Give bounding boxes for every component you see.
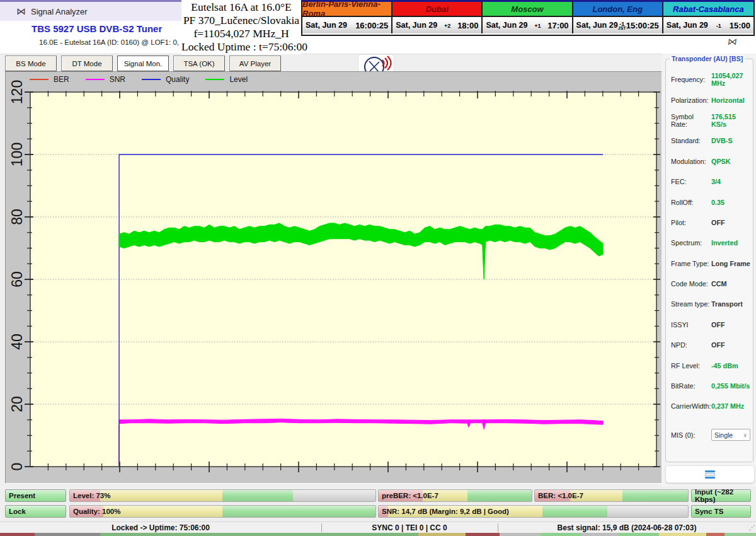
legend-line-swatch — [142, 79, 161, 80]
transponder-row-value: 176,515 KS/s — [711, 113, 753, 128]
clock-time: 15:00 — [730, 21, 750, 30]
transponder-row-value: DVB-S — [711, 137, 733, 144]
ts-list-button[interactable] — [665, 465, 755, 483]
snr-meter: SNR: 14,7 dB (Margin: 9,2 dB | Good) — [378, 505, 689, 518]
list-bars-icon — [705, 470, 715, 479]
transponder-row-label: Frequency: — [671, 76, 711, 83]
clock-city-header: London, Eng — [573, 2, 663, 17]
background-window-fragment — [619, 533, 659, 536]
transponder-row: RF Level:-45 dBm — [666, 355, 753, 375]
y-axis-tick-label: 120 — [9, 80, 25, 104]
statusbar-divider — [498, 523, 498, 532]
clock-date: Sat, Jun 29 — [667, 21, 708, 30]
clock-time: 17:00 — [547, 21, 568, 30]
resize-grip-icon[interactable]: ⋰ — [749, 524, 755, 531]
present-indicator: Present — [5, 489, 66, 502]
mis-selected-value: Single — [714, 431, 733, 439]
transponder-row: Spectrum:Inverted — [666, 233, 753, 253]
background-window-strip — [0, 533, 756, 536]
window-titlebar: ⋈ Signal Analyzer — [0, 0, 185, 21]
transponder-row-value: OFF — [711, 321, 725, 329]
clock-time-cell: Sat, Jun 29+117:00 — [483, 17, 573, 33]
transponder-row-value: 0.35 — [711, 199, 724, 206]
lock-indicator: Lock — [5, 505, 66, 518]
transponder-row-label: Code Mode: — [671, 280, 711, 288]
transponder-row-value: OFF — [711, 219, 725, 226]
background-window-fragment — [35, 533, 100, 536]
background-window-fragment — [659, 533, 706, 536]
statusbar-divider — [321, 523, 322, 532]
sync-ts-indicator: Sync TS — [691, 505, 751, 518]
background-app-icon: ⋈ — [727, 36, 738, 47]
overlay-line-site: PF 370_Lučenec/Slovakia — [181, 14, 301, 27]
clock-city-header: Dubai — [392, 2, 483, 17]
transponder-row-label: FEC: — [671, 178, 711, 185]
mis-label: MIS (0): — [671, 431, 711, 439]
transponder-row-label: RollOff: — [671, 199, 711, 206]
transponder-row-value: OFF — [711, 341, 725, 349]
preber-meter: preBER: <1.0E-7 — [378, 489, 532, 502]
transponder-row-label: Frame Type: — [671, 260, 711, 267]
legend-label: SNR — [110, 75, 125, 84]
mode-tab-bar: BS ModeDT ModeSignal Mon.TSA (OK)AV Play… — [5, 55, 281, 71]
transponder-row: Code Mode:CCM — [666, 274, 753, 294]
clock-time-cell: Sat, Jun 29-1JST15:00:25 — [573, 17, 663, 33]
legend-label: Quality — [166, 75, 189, 84]
tab-av-player[interactable]: AV Player — [229, 55, 281, 71]
mis-select[interactable]: Single∨ — [711, 429, 750, 441]
transponder-row-value: CCM — [711, 280, 727, 288]
clock-date: Sat, Jun 29 — [486, 21, 527, 30]
transponder-row: Symbol Rate:176,515 KS/s — [666, 110, 753, 131]
transponder-row-label: Symbol Rate: — [671, 113, 711, 128]
transponder-row-value: 3/4 — [711, 178, 721, 185]
background-window-fragment — [724, 533, 756, 536]
transponder-rows: Frequency:11054,027 MHzPolarization:Hori… — [666, 69, 753, 445]
legend-item-level: Level — [205, 75, 248, 84]
transponder-row: Stream type:Transport — [666, 294, 753, 314]
tab-tsa-ok-[interactable]: TSA (OK) — [173, 55, 225, 71]
clock-date: Sat, Jun 29 — [576, 21, 618, 30]
transponder-row-value: QPSK — [711, 158, 731, 165]
background-window-fragment — [418, 533, 465, 536]
ber-meter: BER: <1.0E-7 — [534, 489, 689, 502]
clock-utc-offset: +2 — [437, 22, 457, 28]
signal-analyzer-app-icon: ⋈ — [16, 6, 26, 17]
transponder-row: Polarization:Horizontal — [666, 90, 753, 110]
level-meter: Level: 73% — [69, 489, 376, 502]
transponder-row-label: CarrierWidth: — [671, 402, 711, 410]
quality-meter: Quality: 100% — [69, 505, 376, 518]
overlay-line-frequency: f=11054,027 MHz_H — [181, 27, 301, 40]
mis-row: MIS (0):Single∨ — [666, 426, 753, 445]
transponder-row: NPD:OFF — [666, 335, 753, 355]
statusbar-uptime: Locked -> Uptime: 75:06:00 — [0, 522, 321, 533]
y-axis-tick-label: 40 — [9, 334, 25, 350]
tab-bs-mode[interactable]: BS Mode — [5, 55, 57, 71]
statusbar-sync-counters: SYNC 0 | TEI 0 | CC 0 — [321, 522, 498, 533]
satellite-overlay-text: Eutelsat 16A at 16.0°E PF 370_Lučenec/Sl… — [181, 0, 301, 54]
legend-item-ber: BER — [30, 75, 69, 84]
clock-city-header: Berlin-Paris-Vienna-Roma — [302, 2, 392, 17]
transponder-row: BitRate:0,255 Mbit/s — [666, 376, 753, 396]
clock-time: 16:00:25 — [355, 21, 388, 30]
transponder-row: Frequency:11054,027 MHz — [666, 69, 753, 90]
transponder-row-value: Inverted — [711, 239, 738, 247]
signal-chart-panel: BERSNRQualityLevel 020406080100120 — [5, 71, 663, 484]
transponder-row-label: Pilot: — [671, 219, 711, 226]
transponder-row: RollOff:0.35 — [666, 192, 753, 212]
transponder-row: FEC:3/4 — [666, 172, 753, 192]
clock-city-header: Moscow — [483, 2, 573, 17]
transponder-row-label: BitRate: — [671, 382, 711, 390]
transponder-row: ISSYIOFF — [666, 315, 753, 335]
transponder-row-label: Standard: — [671, 137, 711, 144]
clock-time: 15:00:25 — [626, 21, 659, 30]
statusbar-best-signal: Best signal: 15,9 dB (2024-06-28 07:03) — [498, 522, 756, 533]
transponder-row-label: Stream type: — [671, 300, 711, 308]
tab-dt-mode[interactable]: DT Mode — [61, 55, 113, 71]
transponder-row-label: ISSYI — [671, 321, 711, 329]
legend-item-quality: Quality — [142, 75, 189, 84]
clock-utc-offset: +1 — [527, 22, 547, 28]
clock-time-cell: Sat, Jun 29-115:00 — [663, 17, 753, 33]
tab-signal-mon-[interactable]: Signal Mon. — [117, 55, 169, 71]
background-window-fragment — [581, 533, 619, 536]
y-axis-tick-label: 100 — [9, 143, 25, 166]
